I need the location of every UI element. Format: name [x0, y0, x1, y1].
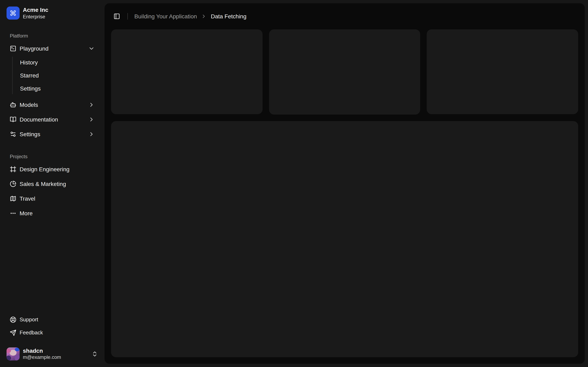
main-panel: Building Your Application Data Fetching — [104, 3, 585, 364]
square-terminal-icon — [10, 45, 16, 52]
sidebar-item-more[interactable]: More — [7, 207, 98, 220]
placeholder-card — [111, 29, 262, 114]
placeholder-card-grid — [111, 29, 578, 114]
sidebar-item-sales-marketing[interactable]: Sales & Marketing — [7, 177, 98, 190]
chevron-right-icon — [88, 101, 95, 108]
nav-group-projects: Projects Design Engineering Sales & Mark… — [3, 147, 101, 223]
chevron-down-icon — [88, 45, 95, 52]
chevrons-up-down-icon — [91, 351, 98, 357]
platform-menu: Playground History Starred Set — [7, 42, 98, 141]
sidebar-item-label: Design Engineering — [20, 166, 69, 172]
sidebar-item-label: Playground — [20, 45, 49, 52]
avatar — [7, 347, 20, 360]
sidebar-item-models[interactable]: Models — [7, 98, 98, 111]
main-content — [104, 29, 585, 364]
main-header: Building Your Application Data Fetching — [104, 3, 585, 29]
sidebar-item-settings[interactable]: Settings — [7, 127, 98, 141]
sidebar-item-label: Support — [20, 317, 38, 323]
sidebar-subitem-label: History — [20, 59, 38, 66]
sidebar-item-label: More — [20, 210, 33, 216]
nav-group-secondary: Support Feedback — [3, 310, 101, 342]
sidebar: Acme Inc Enterprise Platform Playground — [0, 0, 104, 367]
send-icon — [10, 329, 16, 336]
user-meta: shadcn m@example.com — [23, 347, 61, 360]
life-buoy-icon — [10, 316, 16, 323]
sidebar-subitem-history[interactable]: History — [17, 57, 98, 68]
breadcrumb-section[interactable]: Building Your Application — [134, 13, 197, 20]
pie-chart-icon — [10, 180, 16, 187]
sidebar-item-support[interactable]: Support — [7, 314, 98, 325]
sliders-icon — [10, 131, 16, 137]
chevron-right-icon — [201, 13, 207, 19]
team-meta: Acme Inc Enterprise — [23, 7, 48, 20]
projects-menu: Design Engineering Sales & Marketing Tra… — [7, 162, 98, 220]
sidebar-item-feedback[interactable]: Feedback — [7, 327, 98, 338]
placeholder-card — [269, 29, 420, 114]
group-label-platform: Platform — [7, 30, 98, 42]
sidebar-item-label: Settings — [20, 131, 40, 137]
sidebar-subitem-starred[interactable]: Starred — [17, 69, 98, 81]
app-root: Acme Inc Enterprise Platform Playground — [0, 0, 588, 367]
sidebar-item-label: Feedback — [20, 329, 43, 336]
sidebar-toggle-button[interactable] — [111, 11, 122, 22]
user-name: shadcn — [23, 347, 61, 354]
chevron-right-icon — [88, 131, 95, 137]
sidebar-item-label: Documentation — [20, 116, 58, 123]
sidebar-item-label: Sales & Marketing — [20, 180, 66, 187]
playground-submenu: History Starred Settings — [12, 57, 98, 94]
team-plan: Enterprise — [23, 14, 48, 20]
placeholder-card-large — [111, 121, 578, 357]
map-icon — [10, 195, 16, 202]
bot-icon — [10, 101, 16, 108]
header-separator — [127, 13, 128, 20]
breadcrumb: Building Your Application Data Fetching — [134, 13, 246, 20]
command-icon — [10, 10, 16, 17]
user-menu-button[interactable]: shadcn m@example.com — [3, 344, 101, 364]
sidebar-spacer — [3, 223, 101, 307]
user-email: m@example.com — [23, 354, 61, 360]
team-name: Acme Inc — [23, 7, 48, 14]
team-switcher-button[interactable]: Acme Inc Enterprise — [3, 3, 101, 23]
breadcrumb-current-page: Data Fetching — [211, 13, 246, 20]
secondary-menu: Support Feedback — [7, 314, 98, 338]
sidebar-item-playground[interactable]: Playground — [7, 42, 98, 55]
sidebar-item-label: Travel — [20, 195, 35, 202]
sidebar-item-travel[interactable]: Travel — [7, 192, 98, 205]
sidebar-item-label: Models — [20, 101, 38, 108]
sidebar-item-design-engineering[interactable]: Design Engineering — [7, 162, 98, 175]
nav-group-platform: Platform Playground History — [3, 26, 101, 144]
team-logo — [7, 7, 20, 20]
sidebar-subitem-label: Starred — [20, 72, 39, 78]
sidebar-subitem-settings[interactable]: Settings — [17, 83, 98, 94]
ellipsis-icon — [10, 210, 16, 216]
frame-icon — [10, 166, 16, 172]
panel-left-icon — [113, 13, 120, 20]
chevron-right-icon — [88, 116, 95, 123]
sidebar-item-documentation[interactable]: Documentation — [7, 113, 98, 126]
book-open-icon — [10, 116, 16, 123]
group-label-projects: Projects — [7, 150, 98, 162]
placeholder-card — [427, 29, 578, 114]
sidebar-subitem-label: Settings — [20, 85, 41, 92]
